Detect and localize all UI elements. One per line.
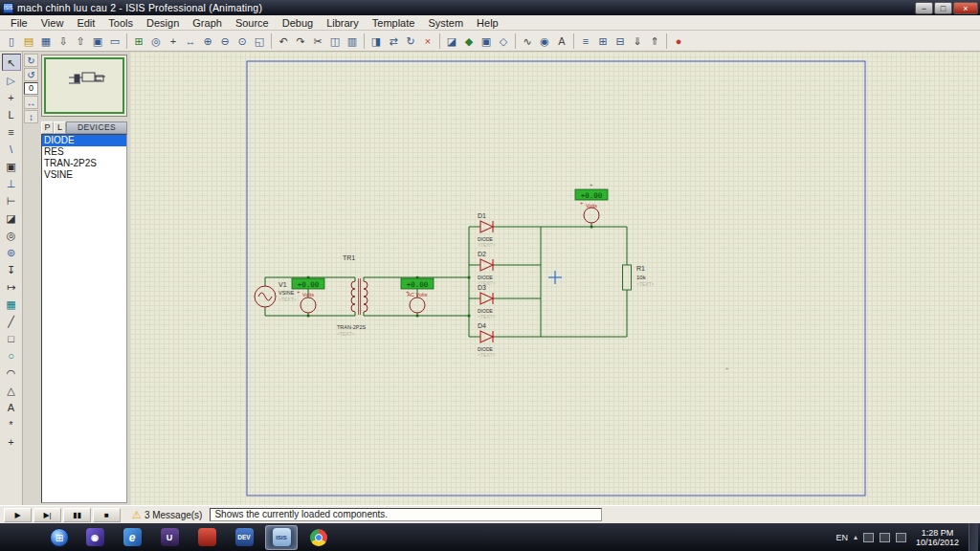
menu-source[interactable]: Source [229,15,276,31]
language-indicator[interactable]: EN [835,533,848,542]
rotate-anticlockwise-icon[interactable]: ↺ [24,68,38,81]
packaging-tool-icon[interactable]: ▣ [478,33,495,49]
false-origin-icon[interactable]: ◎ [147,33,165,49]
schematic-canvas[interactable]: V1 VSINE <TEXT> + +0.00 Volts [130,52,980,505]
box-2d-icon[interactable]: □ [2,329,21,346]
copy-icon[interactable]: ◫ [326,33,344,49]
tray-expand-icon[interactable]: ▴ [854,533,858,541]
rotation-angle-field[interactable]: 0 [24,82,38,95]
taskbar-red-app-icon[interactable] [190,525,223,550]
menu-graph[interactable]: Graph [186,15,229,31]
exit-to-parent-icon[interactable]: ⇑ [646,33,663,49]
wire-label-mode-icon[interactable]: L [2,105,21,122]
overview-window[interactable] [41,55,127,117]
menu-help[interactable]: Help [470,15,505,31]
tray-volume-icon[interactable] [896,533,906,542]
decompose-icon[interactable]: ◇ [495,33,512,49]
remove-sheet-icon[interactable]: ⊟ [612,33,629,49]
generator-mode-icon[interactable]: ⊚ [2,243,21,260]
component-v1-vsine[interactable]: V1 VSINE <TEXT> [255,281,297,307]
menu-view[interactable]: View [34,15,71,31]
component-d1-diode[interactable]: D1 DIODE <TEXT> [478,212,496,248]
start-button[interactable]: ⊞ [50,528,69,547]
arc-2d-icon[interactable]: ◠ [2,364,21,381]
pause-button[interactable]: ▮▮ [63,508,91,522]
make-device-icon[interactable]: ◆ [460,33,478,49]
symbol-2d-icon[interactable]: * [2,415,21,432]
maximize-button[interactable]: □ [934,2,952,14]
taskbar-internet-explorer-icon[interactable]: e [116,525,148,550]
menu-debug[interactable]: Debug [276,15,320,31]
schematic-svg[interactable]: V1 VSINE <TEXT> + +0.00 Volts [130,52,980,505]
new-design-icon[interactable]: ▯ [3,33,20,49]
device-item-res[interactable]: RES [42,146,126,158]
component-d3-diode[interactable]: D3 DIODE <TEXT> [478,284,496,320]
menu-tools[interactable]: Tools [101,15,140,31]
device-item-vsine[interactable]: VSINE [42,169,126,181]
tray-display-icon[interactable] [863,533,874,542]
pan-icon[interactable]: ↔ [182,33,199,49]
paste-icon[interactable]: ▥ [344,33,361,49]
property-assignment-icon[interactable]: A [553,33,570,49]
mark-output-area-icon[interactable]: ▭ [106,33,123,49]
rotate-clockwise-icon[interactable]: ↻ [24,54,38,67]
menu-file[interactable]: File [4,15,34,31]
taskbar-isis-icon[interactable]: ISIS [265,525,298,550]
export-section-icon[interactable]: ⇧ [72,33,89,49]
pick-parts-icon[interactable]: ◪ [443,33,460,49]
text-2d-icon[interactable]: A [2,398,21,415]
zoom-in-icon[interactable]: ⊕ [199,33,216,49]
zoom-out-icon[interactable]: ⊖ [216,33,234,49]
component-r1-resistor[interactable]: R1 10k <TEXT> [623,265,655,290]
device-pin-mode-icon[interactable]: ⊢ [2,191,21,209]
netlist-to-ares-icon[interactable]: ● [670,33,687,49]
minimize-button[interactable]: − [915,2,933,14]
menu-design[interactable]: Design [140,15,186,31]
bus-mode-icon[interactable]: \ [2,140,21,157]
search-tag-icon[interactable]: ◉ [536,33,553,49]
voltmeter-output[interactable]: + + +0.00 Volts [575,182,608,223]
mirror-vertical-icon[interactable]: ↕ [24,110,38,123]
library-manager-button[interactable]: L [54,121,66,134]
device-item-tran2p2s[interactable]: TRAN-2P2S [42,158,126,169]
voltmeter-primary[interactable]: + +0.00 Volts [292,278,324,313]
tray-network-icon[interactable] [880,533,890,542]
block-move-icon[interactable]: ⇄ [385,33,402,49]
taskbar-devcpp-icon[interactable]: DEV [228,525,260,550]
selection-mode-icon[interactable]: ↖ [2,54,21,71]
current-probe-mode-icon[interactable]: ↦ [2,277,21,295]
print-design-icon[interactable]: ▣ [89,33,106,49]
tape-recorder-mode-icon[interactable]: ◎ [2,226,21,243]
zoom-to-child-icon[interactable]: ⇓ [629,33,646,49]
taskbar-chrome-icon[interactable] [302,525,335,550]
marker-2d-icon[interactable]: + [2,432,21,450]
junction-mode-icon[interactable]: + [2,88,21,105]
overview-minimap[interactable] [44,57,124,114]
goto-cursor-icon[interactable]: + [165,33,182,49]
line-2d-icon[interactable]: ╱ [2,312,21,329]
subcircuit-mode-icon[interactable]: ▣ [2,157,21,174]
taskbar-clock[interactable]: 1:28 PM 10/16/2012 [912,528,963,547]
stop-button[interactable]: ■ [93,508,121,522]
block-delete-icon[interactable]: × [419,33,436,49]
save-design-icon[interactable]: ▦ [37,33,55,49]
cut-icon[interactable]: ✂ [309,33,326,49]
menu-library[interactable]: Library [320,15,366,31]
voltmeter-secondary[interactable]: + +0.00 AC Volts [401,278,434,313]
block-copy-icon[interactable]: ◨ [368,33,385,49]
device-item-diode[interactable]: DIODE [42,135,126,146]
open-design-icon[interactable]: ▤ [20,33,37,49]
component-d4-diode[interactable]: D4 DIODE <TEXT> [478,322,496,358]
message-count[interactable]: 3 Message(s) [145,510,203,520]
zoom-all-icon[interactable]: ⊙ [234,33,251,49]
instruments-mode-icon[interactable]: ▦ [2,295,21,312]
component-tr1-transformer[interactable]: TR1 TRAN-2P2S <TEXT> [337,254,368,337]
path-2d-icon[interactable]: △ [2,381,21,398]
pick-devices-button[interactable]: P [41,121,54,134]
component-mode-icon[interactable]: ▷ [2,71,21,88]
redo-icon[interactable]: ↷ [292,33,309,49]
play-button[interactable]: ▶ [4,508,32,522]
new-sheet-icon[interactable]: ⊞ [594,33,612,49]
menu-edit[interactable]: Edit [70,15,101,31]
zoom-area-icon[interactable]: ◱ [251,33,268,49]
